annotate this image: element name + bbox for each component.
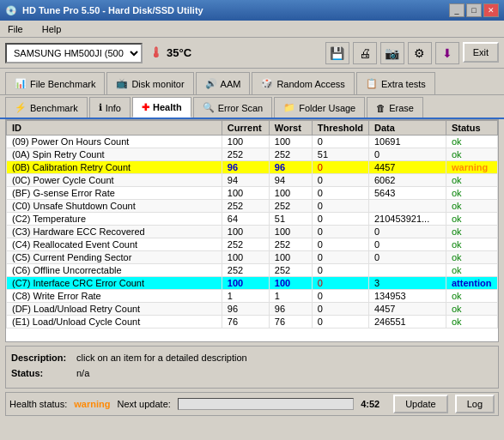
save-icon-btn[interactable]: 💾 (325, 42, 349, 64)
cell-worst: 96 (269, 161, 312, 174)
cell-status: attention (446, 277, 498, 290)
cell-worst: 76 (269, 316, 312, 328)
table-row[interactable]: (0B) Calibration Retry Count 96 96 0 445… (7, 161, 498, 174)
table-row[interactable]: (E1) Load/Unload Cycle Count 76 76 0 246… (7, 316, 498, 328)
tab-benchmark[interactable]: ⚡ Benchmark (5, 97, 88, 118)
tab-erase[interactable]: 🗑 Erase (367, 97, 423, 118)
cell-current: 96 (222, 303, 269, 316)
menu-help[interactable]: Help (39, 23, 64, 35)
cell-current: 252 (222, 148, 269, 161)
cell-current: 1 (222, 290, 269, 303)
title-bar-controls: _ □ ✕ (449, 3, 499, 17)
table-row[interactable]: (C2) Temperature 64 51 0 210453921... ok (7, 213, 498, 226)
status-label: Status: (11, 365, 71, 381)
cell-threshold: 0 (312, 174, 368, 187)
update-button[interactable]: Update (393, 395, 447, 413)
cell-status: ok (446, 238, 498, 251)
disk-monitor-icon: 📺 (116, 78, 128, 89)
tab-info[interactable]: ℹ Info (89, 97, 131, 118)
folder-usage-icon: 📁 (283, 102, 295, 113)
table-row[interactable]: (C6) Offline Uncorrectable 252 252 0 ok (7, 264, 498, 277)
table-row[interactable]: (C7) Interface CRC Error Count 100 100 0… (7, 277, 498, 290)
thermometer-icon: 🌡 (149, 45, 163, 61)
cell-current: 252 (222, 264, 269, 277)
cell-current: 100 (222, 226, 269, 238)
health-status-value: warning (74, 399, 110, 409)
cell-threshold: 0 (312, 316, 368, 328)
minimize-button[interactable]: _ (449, 3, 465, 17)
cell-status: ok (446, 213, 498, 226)
cell-threshold: 0 (312, 187, 368, 200)
cell-worst: 96 (269, 303, 312, 316)
cell-current: 94 (222, 174, 269, 187)
log-button[interactable]: Log (455, 395, 495, 413)
health-table-container[interactable]: ID Current Worst Threshold Data Status (… (5, 119, 499, 342)
status-value: n/a (76, 365, 89, 381)
close-button[interactable]: ✕ (483, 3, 499, 17)
menu-file[interactable]: File (5, 23, 26, 35)
cell-id: (BF) G-sense Error Rate (7, 187, 222, 200)
cell-data (369, 264, 446, 277)
cell-worst: 252 (269, 238, 312, 251)
table-row[interactable]: (0C) Power Cycle Count 94 94 0 6062 ok (7, 174, 498, 187)
print-icon-btn[interactable]: 🖨 (353, 42, 377, 64)
tab-extra-tests[interactable]: 📋 Extra tests (356, 72, 435, 94)
tab-disk-monitor[interactable]: 📺 Disk monitor (106, 72, 193, 94)
cell-data: 10691 (369, 136, 446, 148)
table-row[interactable]: (DF) Load/Unload Retry Count 96 96 0 445… (7, 303, 498, 316)
cell-status: warning (446, 161, 498, 174)
cell-worst: 252 (269, 264, 312, 277)
cell-current: 76 (222, 316, 269, 328)
tab-aam[interactable]: 🔊 AAM (196, 72, 251, 94)
cell-status: ok (446, 251, 498, 264)
tabs-row2: ⚡ Benchmark ℹ Info ✚ Health 🔍 Error Scan… (0, 95, 504, 119)
cell-status: ok (446, 148, 498, 161)
table-row[interactable]: (0A) Spin Retry Count 252 252 51 0 ok (7, 148, 498, 161)
download-icon-btn[interactable]: ⬇ (435, 42, 459, 64)
cell-worst: 100 (269, 136, 312, 148)
table-row[interactable]: (C3) Hardware ECC Recovered 100 100 0 0 … (7, 226, 498, 238)
cell-data: 6062 (369, 174, 446, 187)
cell-id: (0B) Calibration Retry Count (7, 161, 222, 174)
cell-threshold: 51 (312, 148, 368, 161)
cell-current: 100 (222, 251, 269, 264)
tab-random-access[interactable]: 🎲 Random Access (252, 72, 354, 94)
tab-file-benchmark[interactable]: 📊 File Benchmark (5, 72, 105, 94)
table-row[interactable]: (BF) G-sense Error Rate 100 100 0 5643 o… (7, 187, 498, 200)
table-row[interactable]: (C8) Write Error Rate 1 1 0 134953 ok (7, 290, 498, 303)
table-row[interactable]: (C4) Reallocated Event Count 252 252 0 0… (7, 238, 498, 251)
cell-current: 100 (222, 187, 269, 200)
health-status-label: Health status: (9, 399, 67, 409)
cell-current: 100 (222, 136, 269, 148)
table-row[interactable]: (C0) Unsafe Shutdown Count 252 252 0 ok (7, 200, 498, 213)
menu-bar: File Help (0, 21, 504, 38)
exit-button[interactable]: Exit (463, 42, 499, 63)
cell-id: (C8) Write Error Rate (7, 290, 222, 303)
cell-id: (C7) Interface CRC Error Count (7, 277, 222, 290)
cell-data: 246551 (369, 316, 446, 328)
cell-worst: 100 (269, 277, 312, 290)
cell-data: 4457 (369, 161, 446, 174)
random-access-icon: 🎲 (261, 78, 273, 89)
tab-error-scan[interactable]: 🔍 Error Scan (193, 97, 273, 118)
cell-id: (C6) Offline Uncorrectable (7, 264, 222, 277)
camera-icon-btn[interactable]: 📷 (380, 42, 404, 64)
cell-status: ok (446, 264, 498, 277)
col-current: Current (222, 121, 269, 136)
table-row[interactable]: (09) Power On Hours Count 100 100 0 1069… (7, 136, 498, 148)
table-row[interactable]: (C5) Current Pending Sector 100 100 0 0 … (7, 251, 498, 264)
toolbar: SAMSUNG HM500JI (500 gB) 🌡 35°C 💾 🖨 📷 ⚙ … (0, 38, 504, 69)
tab-health[interactable]: ✚ Health (132, 97, 191, 118)
cell-id: (0C) Power Cycle Count (7, 174, 222, 187)
cell-id: (C2) Temperature (7, 213, 222, 226)
error-scan-icon: 🔍 (203, 102, 215, 113)
cell-data: 0 (369, 226, 446, 238)
tab-folder-usage[interactable]: 📁 Folder Usage (274, 97, 365, 118)
settings-icon-btn[interactable]: ⚙ (408, 42, 432, 64)
cell-worst: 100 (269, 187, 312, 200)
maximize-button[interactable]: □ (466, 3, 482, 17)
cell-threshold: 0 (312, 251, 368, 264)
disk-selector[interactable]: SAMSUNG HM500JI (500 gB) (5, 43, 143, 63)
cell-data: 0 (369, 251, 446, 264)
cell-data: 4457 (369, 303, 446, 316)
